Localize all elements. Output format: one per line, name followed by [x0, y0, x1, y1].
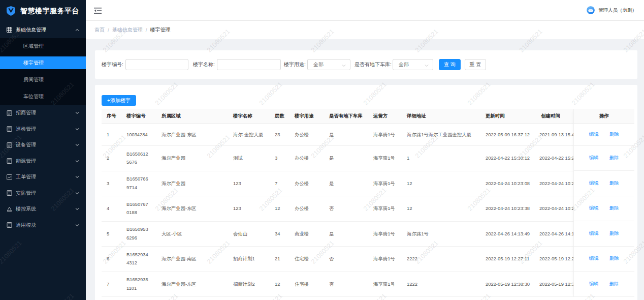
cell-floors: 7: [270, 171, 289, 196]
cell-garage: 是: [324, 146, 368, 171]
sidebar-item-label: 能源管理: [16, 158, 75, 165]
sidebar-subitem[interactable]: 房间管理: [0, 73, 86, 86]
sidebar-item-3[interactable]: 设备管理: [0, 137, 86, 154]
sidebar-item-4[interactable]: 能源管理: [0, 153, 86, 169]
cell-operator: 海享骑1号: [368, 221, 402, 247]
logo-shield-icon: [7, 6, 15, 16]
delete-link[interactable]: 删除: [609, 281, 619, 287]
edit-link[interactable]: 编辑: [589, 131, 599, 138]
building-use-select[interactable]: 全部: [307, 59, 350, 70]
building-code-input[interactable]: [125, 59, 188, 70]
cell-operator: 海享骑1号: [368, 196, 402, 222]
sidebar-item-6[interactable]: 安防管理: [0, 185, 86, 201]
reset-button[interactable]: 重 置: [465, 59, 486, 70]
cell-code: 10034284: [121, 124, 156, 146]
app-title: 智慧楼宇服务平台: [20, 7, 79, 16]
cell-use: 办公楼: [289, 124, 324, 146]
sidebar-item-2[interactable]: 巡检管理: [0, 121, 86, 137]
edit-link[interactable]: 编辑: [589, 205, 599, 212]
cell-index: 5: [102, 221, 121, 247]
cell-floors: 3: [270, 146, 289, 171]
cell-use: 商业楼: [289, 221, 324, 247]
sidebar-item-0[interactable]: 基础信息管理: [0, 22, 86, 38]
edit-link[interactable]: 编辑: [589, 230, 599, 237]
edit-link[interactable]: 编辑: [589, 255, 599, 262]
breadcrumb-item[interactable]: 基础信息管理: [112, 26, 143, 34]
delete-link[interactable]: 删除: [609, 131, 619, 138]
cell-index: 1: [102, 124, 121, 146]
cell-floors: 12: [270, 272, 289, 297]
cell-address: 2222: [402, 247, 480, 272]
cell-area: 海尔产业园-东区: [156, 196, 228, 222]
chevron-down-icon: [75, 111, 79, 115]
cell-index: 4: [102, 196, 121, 222]
sidebar-item-label: 楼控系统: [16, 205, 75, 213]
cell-code: B16529351101: [121, 272, 156, 297]
logo: 智慧楼宇服务平台: [0, 0, 86, 22]
sidebar-item-1[interactable]: 招商管理: [0, 105, 86, 122]
table-row: 6B16529344312海尔产业园-南区招商计划121住宅楼否海享骑1号222…: [102, 247, 634, 272]
column-header-use: 楼宇用途: [289, 109, 324, 124]
cell-index: 6: [102, 247, 121, 272]
sidebar-item-label: 通用模块: [16, 222, 75, 229]
edit-link[interactable]: 编辑: [589, 155, 599, 161]
column-header-operator: 运营方: [368, 109, 402, 124]
doc-icon: [7, 142, 12, 148]
sidebar-item-label: 巡检管理: [16, 126, 75, 133]
delete-link[interactable]: 删除: [609, 255, 619, 262]
breadcrumb: 首页/基础信息管理/楼宇管理: [86, 21, 644, 39]
edit-link[interactable]: 编辑: [589, 281, 599, 287]
building-table-card: +添加楼宇 序号楼宇编号所属区域楼宇名称层数楼宇用途是否有地下车库运营方详细地址…: [95, 85, 637, 300]
breadcrumb-item[interactable]: 首页: [94, 26, 105, 34]
cell-use: 办公楼: [289, 171, 324, 196]
chevron-down-icon: [75, 223, 79, 227]
garage-select[interactable]: 全部: [393, 59, 433, 70]
edit-link[interactable]: 编辑: [589, 180, 599, 187]
sidebar-subitem[interactable]: 车位管理: [0, 90, 86, 103]
chevron-down-icon: [75, 159, 79, 163]
cell-name: 123: [228, 171, 270, 196]
actions-cell: 编辑删除: [574, 146, 635, 171]
cell-use: 住宅楼: [289, 272, 324, 297]
cell-name: 海尔·金控大厦: [228, 124, 270, 146]
cell-address: 12: [402, 171, 480, 196]
cell-address: 1222: [402, 272, 480, 297]
cell-updated: 2022-04-22 15:30:12: [480, 146, 536, 171]
table-row: 7B16529351101海尔产业园-东区招商计划212住宅楼否海享骑1号122…: [102, 272, 634, 297]
sidebar-menu: 基础信息管理区域管理楼宇管理房间管理车位管理招商管理巡检管理设备管理能源管理工单…: [0, 22, 86, 233]
delete-link[interactable]: 删除: [609, 180, 619, 187]
cell-garage: 否: [324, 272, 368, 297]
sidebar-subitem-selected[interactable]: 楼宇管理: [0, 56, 86, 69]
cell-code: B16529344312: [121, 247, 156, 272]
cell-index: 2: [102, 146, 121, 171]
delete-link[interactable]: 删除: [609, 155, 619, 161]
doc-icon: [7, 190, 12, 196]
alert-icon: [7, 206, 12, 212]
cell-garage: 是: [324, 171, 368, 196]
search-button[interactable]: 查 询: [439, 59, 461, 70]
sidebar-subitem[interactable]: 区域管理: [0, 40, 86, 52]
delete-link[interactable]: 删除: [609, 230, 619, 237]
add-building-button[interactable]: +添加楼宇: [102, 95, 136, 106]
cell-index: 7: [102, 272, 121, 297]
table-row: 110034284海尔产业园-东区海尔·金控大厦23办公楼是海享骑1号海尔路1号…: [102, 124, 634, 146]
cell-floors: 21: [270, 247, 289, 272]
building-name-input[interactable]: [217, 59, 281, 70]
cell-floors: 23: [270, 124, 289, 146]
chevron-down-icon: [75, 127, 79, 131]
sidebar-item-5[interactable]: 工单管理: [0, 169, 86, 186]
building-use-value: 全部: [313, 61, 324, 68]
sidebar-item-8[interactable]: 通用模块: [0, 217, 86, 233]
sidebar-collapse-icon[interactable]: [94, 7, 102, 14]
table-actions-column: 操作编辑删除编辑删除编辑删除编辑删除编辑删除编辑删除编辑删除: [573, 109, 635, 297]
cell-code: B16506125676: [121, 146, 156, 171]
table-row: 5B16509536296大区-小区会仙山34商业楼是海享骑1号海尔路1号202…: [102, 221, 634, 247]
sidebar-item-7[interactable]: 楼控系统: [0, 201, 86, 218]
user-menu[interactable]: 管理人员（勿删）: [587, 0, 637, 20]
building-name-label: 楼宇名称:: [193, 62, 215, 68]
building-use-label: 楼宇用途:: [284, 62, 306, 68]
delete-link[interactable]: 删除: [609, 205, 619, 212]
cell-code: B16509536296: [121, 221, 156, 247]
user-name: 管理人员（勿删）: [598, 7, 637, 14]
breadcrumb-separator: /: [146, 27, 147, 33]
